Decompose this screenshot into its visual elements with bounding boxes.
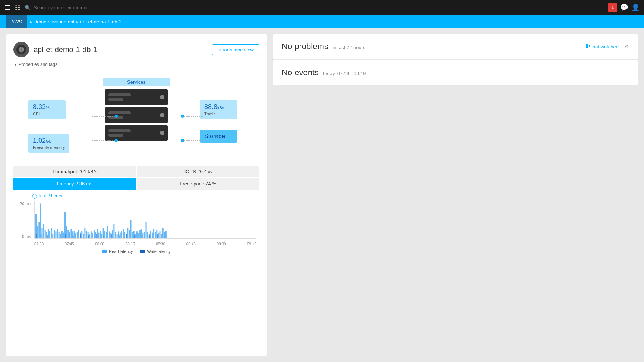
y-top: 20 ms [16,201,31,206]
breadcrumb-label-demo: demo environment [34,19,75,25]
svg-rect-32 [77,232,78,238]
breadcrumb-arrow-2: ▸ [76,19,79,25]
svg-rect-104 [142,234,142,238]
svg-rect-23 [63,233,64,238]
problems-card: No problems in last 72 hours 👁 not watch… [273,34,638,59]
x-label-0845: 08:45 [186,242,196,246]
svg-rect-83 [155,232,156,238]
svg-rect-95 [73,235,74,238]
svg-rect-77 [146,222,147,238]
svg-rect-66 [129,230,130,238]
x-label-0830: 08:30 [156,242,165,246]
events-subtitle: today, 07:19 - 09:19 [323,71,366,76]
breadcrumb-item-entity[interactable]: apl-et-demo-1-db-1 [80,19,121,25]
breadcrumb-label-entity: apl-et-demo-1-db-1 [80,19,121,25]
server-bar-2a [108,111,131,114]
svg-rect-56 [113,224,114,239]
svg-rect-8 [40,204,41,239]
problems-header: No problems in last 72 hours 👁 not watch… [282,42,629,51]
metric-freespace[interactable]: Free space 74 % [137,178,259,190]
metric-traffic[interactable]: 88.8kB/s Traffic [200,100,237,119]
svg-rect-103 [134,235,135,238]
svg-rect-35 [81,231,82,238]
entity-name: apl-et-demo-1-db-1 [34,45,97,54]
legend-write-label: Write latency [147,249,170,254]
search-input[interactable] [34,5,108,10]
right-icons: 1 💬 👤 [608,3,640,12]
metric-memory[interactable]: 1.02GB Freeable memory [28,134,69,153]
cpu-value: 8.33% [33,103,61,111]
metric-cpu[interactable]: 8.33% CPU [28,100,66,119]
server-circle-3 [160,131,164,135]
svg-rect-85 [158,233,159,238]
svg-rect-50 [104,231,105,238]
settings-icon[interactable]: ⚙ [625,44,629,50]
search-area[interactable]: 🔍 [25,5,604,10]
connector-dot-2 [115,139,118,142]
time-range-label: last 2 hours [39,193,62,199]
svg-rect-45 [97,229,98,238]
x-label-0730: 07:30 [34,242,44,246]
svg-rect-11 [45,230,46,238]
svg-rect-81 [152,233,153,238]
svg-rect-92 [41,234,41,238]
svg-rect-28 [70,229,72,238]
properties-toggle[interactable]: ▼ Properties and tags [13,62,259,72]
mem-value: 1.02GB [33,137,65,145]
metric-throughput[interactable]: Throughput 201 kB/s [13,166,136,177]
chevron-icon: ▼ [13,63,17,67]
chart-container: 20 ms 0 ms [16,201,256,246]
entity-title: apl-et-demo-1-db-1 [13,42,97,57]
svg-rect-63 [124,232,125,239]
mem-label: Freeable memory [33,145,65,150]
svg-rect-106 [157,234,158,238]
svg-rect-98 [96,234,97,238]
metric-latency[interactable]: Latency 2.36 ms [13,178,136,190]
top-navigation: ☰ ☷ 🔍 1 💬 👤 [0,0,644,15]
svg-rect-14 [49,231,50,238]
smartscape-button[interactable]: smartscape view [212,44,259,55]
watch-button[interactable]: 👁 not watched [584,43,619,50]
svg-rect-96 [80,234,81,238]
svg-rect-97 [88,235,89,238]
x-label-0900: 09:00 [217,242,226,246]
svg-rect-102 [126,234,127,238]
svg-rect-18 [55,231,56,238]
user-icon[interactable]: 👤 [631,3,640,12]
grid-icon[interactable]: ☷ [15,4,20,11]
server-bar-1a [108,93,131,96]
chat-icon[interactable]: 💬 [620,3,628,12]
svg-rect-99 [104,235,104,238]
svg-rect-61 [121,231,122,238]
legend-read: Read latency [102,249,133,254]
server-unit-1 [105,89,168,105]
breadcrumb-item-aws[interactable]: AWS [6,15,27,28]
problems-subtitle: in last 72 hours [332,45,365,50]
breadcrumb-item-demo[interactable]: demo environment [34,19,75,25]
svg-rect-94 [65,234,66,238]
svg-rect-40 [89,234,90,238]
menu-icon[interactable]: ☰ [4,3,10,12]
metrics-bar: Throughput 201 kB/s IOPS 20.4 /s Latency… [13,166,259,190]
svg-rect-70 [135,234,136,238]
svg-rect-87 [161,234,162,238]
server-bar-1b [108,98,123,101]
breadcrumb-label-aws: AWS [11,19,22,25]
x-label-0915: 09:15 [247,242,256,246]
svg-rect-80 [150,231,151,238]
svg-rect-58 [117,234,118,238]
metric-iops[interactable]: IOPS 20.4 /s [137,166,259,177]
traffic-value: 88.8kB/s [204,103,233,111]
services-box[interactable]: Services [103,78,170,86]
svg-rect-101 [119,235,120,238]
metric-storage[interactable]: Storage [200,130,237,143]
svg-rect-57 [115,232,116,239]
notification-badge[interactable]: 1 [608,3,617,12]
svg-rect-78 [147,232,148,239]
svg-rect-52 [107,226,108,238]
svg-rect-48 [101,234,102,238]
entity-header: apl-et-demo-1-db-1 smartscape view [13,42,259,57]
svg-rect-42 [92,233,93,238]
server-stack [105,89,168,141]
left-panel: apl-et-demo-1-db-1 smartscape view ▼ Pro… [6,34,267,356]
